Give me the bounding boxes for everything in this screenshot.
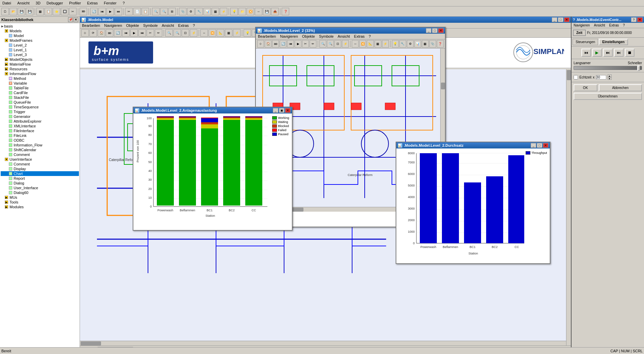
transport-play-btn[interactable]: ▶ xyxy=(592,49,602,57)
toolbar-btn20[interactable]: ❓ xyxy=(282,8,289,15)
menu-datei[interactable]: Datei xyxy=(1,1,12,5)
tree-mus[interactable]: ▶ MUs xyxy=(1,195,79,200)
win-tb-btn8[interactable]: 📐 xyxy=(217,29,224,37)
l2-tb-btn12[interactable]: ⚙ xyxy=(407,40,414,48)
win-tb-btn7[interactable]: 🔀 xyxy=(209,29,216,37)
win-tb-btn11[interactable]: 💡 xyxy=(244,29,251,37)
l2-menu-bearbeiten[interactable]: Bearbeiten xyxy=(257,34,277,39)
tree-display[interactable]: Display xyxy=(1,166,79,171)
tree-variable[interactable]: V Variable xyxy=(1,81,79,86)
transport-fastfwd-btn[interactable]: ⏭ xyxy=(603,49,613,57)
menu-profiler[interactable]: Profiler xyxy=(68,1,82,5)
chart1-close-btn[interactable]: ✕ xyxy=(285,108,291,113)
l2-tb-back[interactable]: ⏮ xyxy=(287,40,294,48)
tree-tablefile[interactable]: TableFile xyxy=(1,86,79,90)
tree-informationflow[interactable]: ▼ InformationFlow xyxy=(1,71,79,76)
l2-tb-btn10[interactable]: 💡 xyxy=(392,40,399,48)
l2-tb-zoom-fit[interactable]: ⊡ xyxy=(334,40,341,48)
toolbar-paste[interactable]: 📋 xyxy=(142,8,149,15)
tree-timesequence[interactable]: TimeSequence xyxy=(1,105,79,109)
toolbar-3d[interactable]: 3D xyxy=(80,8,87,15)
win-tb-fwd[interactable]: ⏭ xyxy=(138,29,146,37)
l2-tb-pen[interactable]: ✏ xyxy=(310,40,316,48)
tree-level3[interactable]: Level_3 xyxy=(1,52,79,57)
steuerungen-tab[interactable]: Steuerungen xyxy=(573,39,598,45)
toolbar-play[interactable]: ▶ xyxy=(106,8,114,15)
l2-menu-help[interactable]: ? xyxy=(368,34,371,39)
win-tb-btn9[interactable]: ▦ xyxy=(225,29,232,37)
l2-tb-btn14[interactable]: ▦ xyxy=(422,40,429,48)
l2-tb-btn8[interactable]: ▦ xyxy=(375,40,381,48)
tree-level1[interactable]: Level_1 xyxy=(1,48,79,52)
chart2-minimize-btn[interactable]: _ xyxy=(531,143,536,148)
transport-stop-btn[interactable]: ⏹ xyxy=(625,49,634,57)
menu-symbole[interactable]: Symbole xyxy=(143,23,159,28)
level2-minimize-btn[interactable]: _ xyxy=(426,28,431,33)
menu-extras[interactable]: Extras xyxy=(86,1,99,5)
l2-menu-extras[interactable]: Extras xyxy=(353,34,365,39)
transport-rewind-btn[interactable]: ⏮ xyxy=(581,49,591,57)
toolbar-save2[interactable]: 💾 xyxy=(26,8,33,15)
einstellungen-tab[interactable]: Einstellungen xyxy=(599,39,628,45)
toolbar-copy[interactable]: 📄 xyxy=(133,8,141,15)
scroll-right[interactable] xyxy=(566,69,571,346)
rp-menu-ansicht[interactable]: Ansicht xyxy=(593,23,606,28)
tree-queuefile[interactable]: QueueFile xyxy=(1,100,79,105)
rp-menu-nav[interactable]: Navigieren xyxy=(573,23,591,28)
toolbar-btn9[interactable]: ⚙ xyxy=(187,8,195,15)
toolbar-btn16[interactable]: 🔀 xyxy=(247,8,254,15)
tree-report[interactable]: Report xyxy=(1,176,79,181)
win-tb-play[interactable]: ▶ xyxy=(130,29,138,37)
win-tb-3d[interactable]: 3D xyxy=(106,29,113,37)
l2-tb-btn15[interactable]: 📎 xyxy=(429,40,436,48)
speed-slider-thumb[interactable] xyxy=(637,66,640,71)
tree-fileinterface[interactable]: FileInterface xyxy=(1,128,79,133)
tree-information-flow[interactable]: Information_Flow xyxy=(1,143,79,147)
scroll-thumb-right[interactable] xyxy=(567,70,571,80)
toolbar-cut[interactable]: ✂ xyxy=(125,8,133,15)
zeit-button[interactable]: Zeit xyxy=(573,30,586,36)
tree-cardfile[interactable]: CardFile xyxy=(1,90,79,95)
l2-tb-play[interactable]: ▶ xyxy=(295,40,301,48)
tree-ui-comment[interactable]: Comment xyxy=(1,162,79,166)
l2-tb-btn6[interactable]: 🔀 xyxy=(359,40,366,48)
menu-ansicht[interactable]: Ansicht xyxy=(161,23,175,28)
echtzeit-checkbox[interactable] xyxy=(574,75,578,79)
l2-tb-btn2[interactable]: 🏠 xyxy=(265,40,271,48)
menu-ansicht[interactable]: Ansicht xyxy=(16,1,31,5)
win-tb-back[interactable]: ⏮ xyxy=(122,29,130,37)
toolbar-btn1[interactable]: ▦ xyxy=(36,8,44,15)
l2-tb-btn4[interactable]: ⚡ xyxy=(342,40,349,48)
toolbar-btn18[interactable]: 💾 xyxy=(263,8,270,15)
l2-tb-btn13[interactable]: 📊 xyxy=(414,40,421,48)
l2-tb-btn1[interactable]: ⊹ xyxy=(257,40,264,48)
tree-method[interactable]: M Method xyxy=(1,76,79,81)
win-tb-zoom-in[interactable]: 🔍 xyxy=(165,29,173,37)
l2-tb-cut[interactable]: ✂ xyxy=(302,40,309,48)
l2-tb-btn5[interactable]: ↔ xyxy=(352,40,359,48)
model-maximize-btn[interactable]: □ xyxy=(558,17,563,22)
menu-bearbeiten[interactable]: Bearbeiten xyxy=(81,23,101,28)
tree-userinterface[interactable]: ▼ UserInterface xyxy=(1,157,79,162)
toolbar-btn11[interactable]: 📊 xyxy=(203,8,211,15)
echtzeit-down-btn[interactable]: ▼ xyxy=(608,77,612,80)
tree-user-interface[interactable]: User_Interface xyxy=(1,185,79,190)
tree-modules[interactable]: ▶ Modules xyxy=(1,205,79,209)
chart2-close-btn[interactable]: ✕ xyxy=(543,143,548,148)
tree-trigger[interactable]: Trigger xyxy=(1,109,79,114)
toolbar-fastfwd[interactable]: ⏭ xyxy=(115,8,122,15)
right-panel-close-btn[interactable]: ✕ xyxy=(637,17,643,22)
tree-comment[interactable]: Comment xyxy=(1,152,79,157)
sidebar-close-btn[interactable]: ✕ xyxy=(73,17,78,22)
level2-close-btn[interactable]: ✕ xyxy=(438,28,444,33)
toolbar-btn6[interactable]: 🔄 xyxy=(90,8,98,15)
echtzeit-value-input[interactable] xyxy=(596,75,606,79)
menu-help[interactable]: ? xyxy=(121,1,126,5)
uebernehmen-button[interactable]: Übernehmen xyxy=(574,93,642,100)
toolbar-btn8[interactable]: 📎 xyxy=(179,8,186,15)
model-minimize-btn[interactable]: _ xyxy=(552,17,557,22)
tree-shiftcalendar[interactable]: ShiftCalendar xyxy=(1,147,79,152)
tree-xmlinterface[interactable]: XMLInterface xyxy=(1,124,79,128)
toolbar-btn19[interactable]: 📤 xyxy=(271,8,279,15)
toolbar-zoom-in[interactable]: 🔍 xyxy=(152,8,160,15)
